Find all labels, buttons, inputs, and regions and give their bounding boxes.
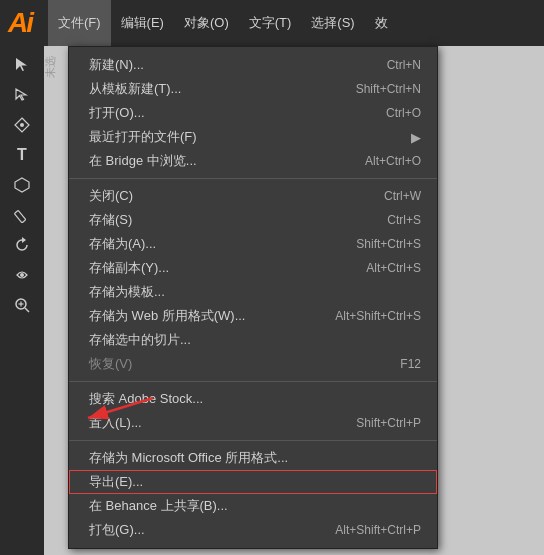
menu-package[interactable]: 打包(G)... Alt+Shift+Ctrl+P	[69, 518, 437, 542]
menu-revert[interactable]: 恢复(V) F12	[69, 352, 437, 376]
menu-place[interactable]: 置入(L)... Shift+Ctrl+P	[69, 411, 437, 435]
direct-selection-tool[interactable]	[6, 81, 38, 109]
svg-marker-1	[15, 178, 29, 192]
menu-section-3: 搜索 Adobe Stock... 置入(L)... Shift+Ctrl+P	[69, 385, 437, 437]
menu-save-template[interactable]: 存储为模板...	[69, 280, 437, 304]
top-bar: Ai 文件(F) 编辑(E) 对象(O) 文字(T) 选择(S) 效	[0, 0, 544, 46]
menu-recent-files[interactable]: 最近打开的文件(F) ▶	[69, 125, 437, 149]
menu-section-2: 关闭(C) Ctrl+W 存储(S) Ctrl+S 存储为(A)... Shif…	[69, 182, 437, 378]
menu-bar: 文件(F) 编辑(E) 对象(O) 文字(T) 选择(S) 效	[48, 0, 398, 46]
menu-new[interactable]: 新建(N)... Ctrl+N	[69, 53, 437, 77]
menu-select[interactable]: 选择(S)	[301, 0, 364, 46]
svg-rect-2	[14, 210, 26, 222]
svg-line-5	[25, 308, 29, 312]
menu-file[interactable]: 文件(F)	[48, 0, 111, 46]
zoom-tool[interactable]	[6, 291, 38, 319]
ai-logo: Ai	[8, 7, 32, 39]
menu-section-1: 新建(N)... Ctrl+N 从模板新建(T)... Shift+Ctrl+N…	[69, 51, 437, 175]
menu-effect[interactable]: 效	[365, 0, 398, 46]
menu-edit[interactable]: 编辑(E)	[111, 0, 174, 46]
divider-1	[69, 178, 437, 179]
left-sidebar: T	[0, 46, 44, 555]
menu-share-behance[interactable]: 在 Behance 上共享(B)...	[69, 494, 437, 518]
divider-3	[69, 440, 437, 441]
menu-section-4: 存储为 Microsoft Office 所用格式... 导出(E)... 在 …	[69, 444, 437, 544]
selection-tool[interactable]	[6, 51, 38, 79]
text-tool-icon: T	[17, 146, 27, 164]
menu-search-stock[interactable]: 搜索 Adobe Stock...	[69, 387, 437, 411]
menu-save-as[interactable]: 存储为(A)... Shift+Ctrl+S	[69, 232, 437, 256]
menu-new-from-template[interactable]: 从模板新建(T)... Shift+Ctrl+N	[69, 77, 437, 101]
menu-export[interactable]: 导出(E)...	[69, 470, 437, 494]
menu-save[interactable]: 存储(S) Ctrl+S	[69, 208, 437, 232]
warp-tool[interactable]	[6, 261, 38, 289]
pencil-tool[interactable]	[6, 201, 38, 229]
menu-object[interactable]: 对象(O)	[174, 0, 239, 46]
svg-point-3	[20, 273, 24, 277]
pen-tool[interactable]	[6, 111, 38, 139]
menu-open[interactable]: 打开(O)... Ctrl+O	[69, 101, 437, 125]
file-dropdown-menu: 新建(N)... Ctrl+N 从模板新建(T)... Shift+Ctrl+N…	[68, 46, 438, 549]
divider-2	[69, 381, 437, 382]
menu-save-copy[interactable]: 存储副本(Y)... Alt+Ctrl+S	[69, 256, 437, 280]
menu-type[interactable]: 文字(T)	[239, 0, 302, 46]
rotate-tool[interactable]	[6, 231, 38, 259]
text-tool[interactable]: T	[6, 141, 38, 169]
menu-browse-bridge[interactable]: 在 Bridge 中浏览... Alt+Ctrl+O	[69, 149, 437, 173]
unselected-label: 未选	[43, 56, 58, 78]
menu-close[interactable]: 关闭(C) Ctrl+W	[69, 184, 437, 208]
menu-save-web[interactable]: 存储为 Web 所用格式(W)... Alt+Shift+Ctrl+S	[69, 304, 437, 328]
submenu-arrow-recent: ▶	[411, 130, 421, 145]
menu-save-slice[interactable]: 存储选中的切片...	[69, 328, 437, 352]
shape-tool[interactable]	[6, 171, 38, 199]
svg-point-0	[20, 123, 24, 127]
menu-save-office[interactable]: 存储为 Microsoft Office 所用格式...	[69, 446, 437, 470]
